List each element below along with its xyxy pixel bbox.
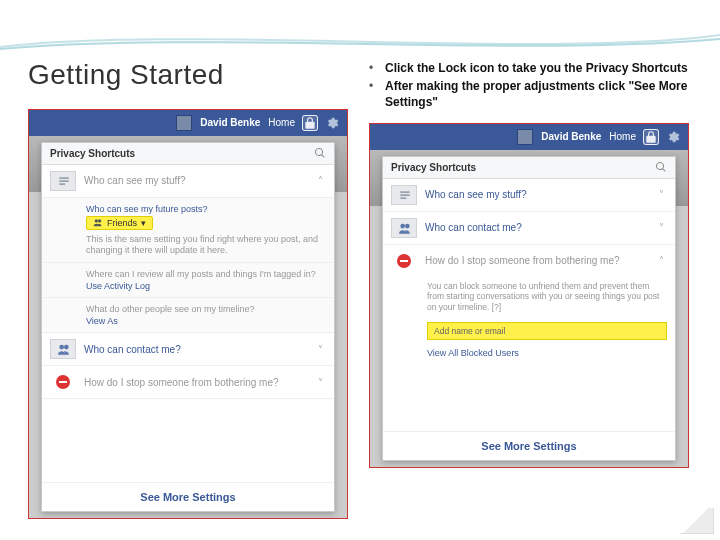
friends-dropdown[interactable]: Friends ▾ xyxy=(86,216,153,230)
row-label: How do I stop someone from bothering me? xyxy=(425,255,647,266)
row-who-contact[interactable]: Who can contact me? ˅ xyxy=(42,333,334,366)
activity-log-link[interactable]: Use Activity Log xyxy=(86,281,326,291)
topbar-home-link[interactable]: Home xyxy=(268,117,295,128)
page-curl-decoration xyxy=(680,508,714,534)
panel-title: Privacy Shortcuts xyxy=(50,148,135,159)
chevron-down-icon: ˅ xyxy=(314,344,326,355)
future-desc: This is the same setting you find right … xyxy=(86,234,326,257)
privacy-shortcuts-panel: Privacy Shortcuts Who can see my stuff? … xyxy=(382,156,676,461)
chevron-down-icon: ˅ xyxy=(655,222,667,233)
bullet-dot: • xyxy=(369,60,375,76)
block-name-input[interactable]: Add name or email xyxy=(427,322,667,340)
row-label: Who can contact me? xyxy=(425,222,647,233)
row-who-contact[interactable]: Who can contact me? ˅ xyxy=(383,212,675,245)
row-stop-bother[interactable]: How do I stop someone from bothering me?… xyxy=(42,366,334,399)
see-more-settings-link[interactable]: See More Settings xyxy=(42,482,334,511)
chevron-down-icon: ˅ xyxy=(655,189,667,200)
search-icon[interactable] xyxy=(314,147,326,159)
search-icon[interactable] xyxy=(655,161,667,173)
topbar-home-link[interactable]: Home xyxy=(609,131,636,142)
privacy-shortcuts-panel: Privacy Shortcuts Who can see my stuff? … xyxy=(41,142,335,512)
bullet-list: •Click the Lock icon to take you the Pri… xyxy=(369,60,692,113)
row-who-see-stuff[interactable]: Who can see my stuff? ˄ xyxy=(42,165,334,198)
gear-icon[interactable] xyxy=(325,116,339,130)
gear-icon[interactable] xyxy=(666,130,680,144)
view-blocked-link[interactable]: View All Blocked Users xyxy=(383,344,675,364)
sub-label: What do other people see on my timeline? xyxy=(86,304,326,314)
topbar-username: David Benke xyxy=(200,117,260,128)
topbar-username: David Benke xyxy=(541,131,601,142)
screenshot-right: David Benke Home Privacy Shortcuts Who c… xyxy=(369,123,689,468)
fb-topbar: David Benke Home xyxy=(29,110,347,136)
panel-title: Privacy Shortcuts xyxy=(391,162,476,173)
row-who-see-stuff[interactable]: Who can see my stuff? ˅ xyxy=(383,179,675,212)
sub-review: Where can I review all my posts and thin… xyxy=(42,263,334,298)
view-as-link[interactable]: View As xyxy=(86,316,326,326)
stop-icon xyxy=(397,254,411,268)
sub-label: Who can see my future posts? xyxy=(86,204,326,214)
see-more-settings-link[interactable]: See More Settings xyxy=(383,431,675,460)
row-label: Who can contact me? xyxy=(84,344,306,355)
row-label: Who can see my stuff? xyxy=(425,189,647,200)
bullet-dot: • xyxy=(369,78,375,110)
friends-label: Friends xyxy=(107,218,137,228)
sub-viewas: What do other people see on my timeline?… xyxy=(42,298,334,333)
fb-topbar: David Benke Home xyxy=(370,124,688,150)
row-label: How do I stop someone from bothering me? xyxy=(84,377,306,388)
row-stop-bother[interactable]: How do I stop someone from bothering me?… xyxy=(383,245,675,277)
screenshot-left: David Benke Home Privacy Shortcuts Who c… xyxy=(28,109,348,519)
lock-icon[interactable] xyxy=(644,130,658,144)
sub-label: Where can I review all my posts and thin… xyxy=(86,269,326,279)
chevron-down-icon: ˅ xyxy=(314,377,326,388)
sub-future-posts: Who can see my future posts? Friends ▾ T… xyxy=(42,198,334,264)
chevron-up-icon: ˄ xyxy=(655,255,667,266)
bullet-text: Click the Lock icon to take you the Priv… xyxy=(385,60,688,76)
slide-title: Getting Started xyxy=(28,60,351,91)
stop-icon xyxy=(56,375,70,389)
avatar xyxy=(517,129,533,145)
lock-icon[interactable] xyxy=(303,116,317,130)
block-description: You can block someone to unfriend them a… xyxy=(383,277,675,319)
avatar xyxy=(176,115,192,131)
bullet-text: After making the proper adjustments clic… xyxy=(385,78,692,110)
row-label: Who can see my stuff? xyxy=(84,175,306,186)
chevron-up-icon: ˄ xyxy=(314,175,326,186)
chevron-down-icon: ▾ xyxy=(141,218,146,228)
